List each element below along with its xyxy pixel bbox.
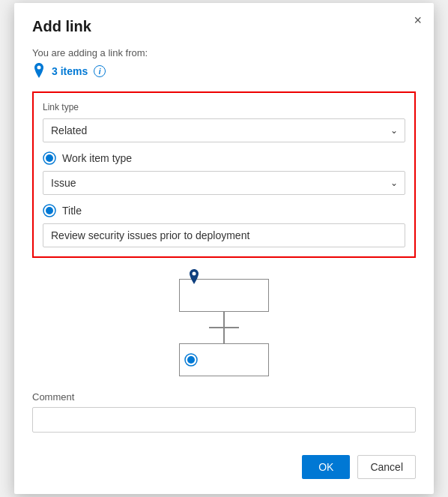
close-button[interactable]: × [414, 13, 422, 27]
work-item-type-select[interactable]: Issue [43, 171, 405, 195]
svg-point-2 [46, 154, 53, 162]
items-row: 3 items i [32, 63, 416, 79]
work-item-type-radio-row: Work item type [43, 151, 405, 165]
cancel-button[interactable]: Cancel [357, 455, 416, 479]
work-item-type-radio-icon[interactable] [43, 151, 56, 165]
comment-input[interactable] [32, 407, 416, 433]
diagram-connector2 [223, 328, 225, 343]
diagram-area [32, 279, 416, 376]
comment-label: Comment [32, 391, 416, 403]
title-label: Title [62, 205, 82, 217]
link-type-select-row: Related ⌄ [43, 118, 405, 142]
link-type-select[interactable]: Related [43, 118, 405, 142]
add-link-dialog: × Add link You are adding a link from: 3… [14, 3, 434, 494]
dialog-footer: OK Cancel [32, 448, 416, 479]
work-item-type-select-row: Issue ⌄ [43, 171, 405, 195]
diagram-connector [223, 312, 225, 327]
svg-point-7 [187, 356, 195, 364]
svg-point-4 [46, 207, 53, 214]
items-count: 3 items [52, 65, 88, 77]
diagram-pin-icon [187, 269, 201, 286]
title-input[interactable] [43, 223, 405, 247]
diagram-bottom-box [179, 343, 269, 376]
dialog-title: Add link [32, 18, 416, 35]
info-icon[interactable]: i [94, 65, 106, 77]
svg-point-0 [37, 66, 41, 70]
svg-point-5 [193, 272, 196, 276]
diagram-radio-icon [184, 353, 198, 367]
work-item-type-label: Work item type [62, 152, 132, 164]
title-radio-row: Title [43, 204, 405, 217]
ok-button[interactable]: OK [302, 455, 350, 479]
link-type-label: Link type [43, 102, 405, 112]
title-radio-icon[interactable] [43, 204, 56, 217]
diagram-top-box [179, 279, 269, 312]
pin-icon [32, 63, 46, 79]
comment-section: Comment [32, 391, 416, 433]
link-type-section: Link type Related ⌄ Work item type Issue… [32, 91, 416, 258]
adding-from-label: You are adding a link from: [32, 47, 416, 58]
